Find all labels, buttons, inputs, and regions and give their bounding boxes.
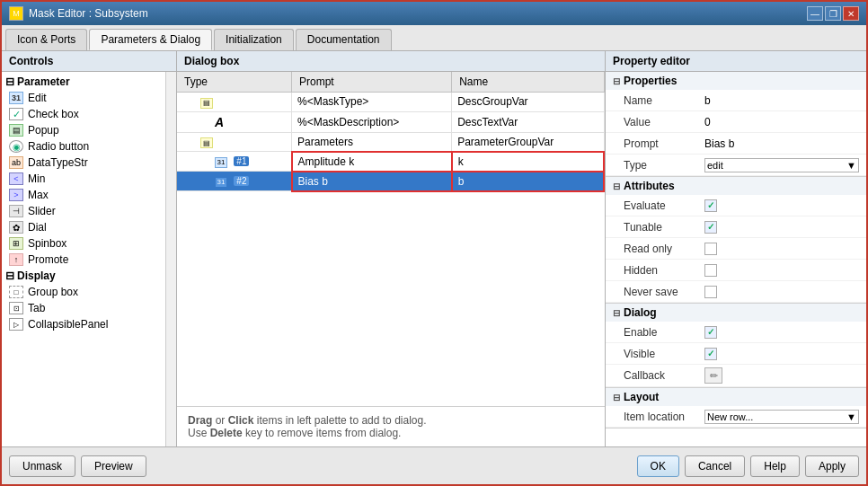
col-name: Name — [452, 72, 604, 93]
prop-enable-row: Enable — [606, 322, 866, 343]
control-datatype[interactable]: ab DataTypeStr — [2, 155, 165, 171]
control-checkbox[interactable]: ✓ Check box — [2, 106, 165, 122]
control-tab[interactable]: ⊡ Tab — [2, 300, 165, 316]
property-editor-header: Property editor — [606, 51, 866, 72]
dialog-section-header[interactable]: ⊟ Dialog — [606, 304, 866, 322]
dialog-section-label: Dialog — [624, 306, 657, 319]
collapse-display-icon: ⊟ — [5, 270, 14, 282]
edit-icon: 31 — [9, 92, 23, 104]
row4-num: #2 — [234, 176, 249, 186]
dialog-section: ⊟ Dialog Enable Visible Callback ✏ — [606, 304, 866, 388]
control-datatype-label: DataTypeStr — [28, 156, 88, 169]
close-button[interactable]: ✕ — [843, 6, 859, 21]
control-edit[interactable]: 31 Edit — [2, 90, 165, 106]
table-row[interactable]: A %<MaskDescription> DescTextVar — [177, 111, 604, 132]
prop-name-value: b — [704, 94, 859, 107]
table-row[interactable]: ▤ %<MaskType> DescGroupVar — [177, 93, 604, 112]
attributes-section-header[interactable]: ⊟ Attributes — [606, 177, 866, 195]
collapse-dialog-icon: ⊟ — [613, 308, 620, 318]
section-parameter[interactable]: ⊟ Parameter — [2, 74, 165, 90]
visible-checkbox[interactable] — [704, 348, 717, 360]
prop-tunable-label: Tunable — [624, 221, 704, 234]
dialog-table-content: Type Prompt Name ▤ — [177, 72, 605, 192]
itemlocation-select[interactable]: New row... ▼ — [704, 410, 859, 424]
prop-type-select[interactable]: edit ▼ — [704, 158, 859, 172]
row2-prompt: Parameters — [292, 132, 452, 152]
tab-documentation[interactable]: Documentation — [296, 29, 392, 50]
prop-prompt-value: Bias b — [704, 137, 859, 150]
callback-edit-button[interactable]: ✏ — [704, 367, 722, 384]
min-icon: < — [9, 172, 23, 185]
control-slider-label: Slider — [28, 205, 56, 217]
apply-button[interactable]: Apply — [805, 455, 859, 477]
hidden-checkbox[interactable] — [704, 264, 717, 277]
prop-type-label: Type — [624, 159, 704, 172]
minimize-button[interactable]: — — [807, 6, 823, 21]
table-row[interactable]: ▤ Parameters ParameterGroupVar — [177, 132, 604, 152]
bottom-right-buttons: OK Cancel Help Apply — [637, 455, 859, 477]
unmask-button[interactable]: Unmask — [9, 455, 75, 477]
tab-parameters-dialog[interactable]: Parameters & Dialog — [89, 29, 212, 50]
neversave-checkbox[interactable] — [704, 286, 717, 298]
row3-type: 31 #1 — [177, 152, 292, 172]
collapse-layout-icon: ⊟ — [613, 393, 620, 402]
tab-initialization[interactable]: Initialization — [214, 29, 294, 50]
control-collapsible[interactable]: ▷ CollapsiblePanel — [2, 316, 165, 332]
cancel-button[interactable]: Cancel — [685, 455, 745, 477]
evaluate-checkbox[interactable] — [704, 199, 717, 212]
control-dial[interactable]: ✿ Dial — [2, 219, 165, 235]
section-parameter-label: Parameter — [17, 75, 70, 88]
control-promote[interactable]: ↑ Promote — [2, 252, 165, 268]
dial-icon: ✿ — [9, 221, 23, 234]
control-promote-label: Promote — [28, 253, 68, 266]
row4-name[interactable]: b — [452, 172, 604, 191]
help-button[interactable]: Help — [750, 455, 800, 477]
control-spinbox[interactable]: ⊞ Spinbox — [2, 235, 165, 252]
control-slider[interactable]: ⊣ Slider — [2, 203, 165, 219]
preview-button[interactable]: Preview — [81, 455, 146, 477]
properties-section-header[interactable]: ⊟ Properties — [606, 72, 866, 90]
title-bar: M Mask Editor : Subsystem — ❐ ✕ — [2, 2, 866, 25]
controls-scrollbar[interactable] — [165, 72, 176, 446]
layout-section-header[interactable]: ⊟ Layout — [606, 388, 866, 406]
bottom-bar: Unmask Preview OK Cancel Help Apply — [2, 446, 866, 484]
tab-icon-ports[interactable]: Icon & Ports — [5, 29, 87, 50]
layout-section-label: Layout — [624, 391, 659, 403]
control-groupbox[interactable]: □ Group box — [2, 284, 165, 300]
row4-prompt[interactable]: Bias b — [292, 172, 452, 191]
control-popup[interactable]: ▤ Popup — [2, 122, 165, 138]
row3-name[interactable]: k — [452, 152, 604, 172]
table-row[interactable]: 31 #2 Bias b b — [177, 172, 604, 191]
prop-name-row: Name b — [606, 90, 866, 111]
groupbox-icon: □ — [9, 286, 23, 298]
control-max[interactable]: > Max — [2, 187, 165, 203]
prop-prompt-label: Prompt — [624, 137, 704, 150]
prop-readonly-label: Read only — [624, 243, 704, 255]
collapse-attributes-icon: ⊟ — [613, 181, 620, 191]
col-type: Type — [177, 72, 292, 93]
section-display[interactable]: ⊟ Display — [2, 268, 165, 284]
bottom-left-buttons: Unmask Preview — [9, 455, 146, 477]
row1-prompt: %<MaskDescription> — [292, 111, 452, 132]
control-radio[interactable]: ◉ Radio button — [2, 138, 165, 155]
prop-neversave-row: Never save — [606, 281, 866, 303]
control-min[interactable]: < Min — [2, 171, 165, 187]
row3-num: #1 — [234, 156, 249, 166]
prop-enable-label: Enable — [624, 326, 704, 339]
tunable-checkbox[interactable] — [704, 221, 717, 234]
restore-button[interactable]: ❐ — [825, 6, 841, 21]
row0-name: DescGroupVar — [452, 93, 604, 112]
table-row[interactable]: 31 #1 Amplitude k k — [177, 152, 604, 172]
title-bar-buttons: — ❐ ✕ — [807, 6, 859, 21]
ok-button[interactable]: OK — [637, 455, 679, 477]
drag-hint-line2: Use Delete key to remove items from dial… — [188, 427, 401, 439]
spinbox-icon: ⊞ — [9, 237, 23, 250]
dialog-table[interactable]: Type Prompt Name ▤ — [177, 72, 605, 406]
collapsible-icon: ▷ — [9, 318, 23, 331]
readonly-checkbox[interactable] — [704, 243, 717, 255]
control-edit-label: Edit — [28, 92, 47, 104]
prop-prompt-row: Prompt Bias b — [606, 133, 866, 155]
promote-icon: ↑ — [9, 253, 23, 266]
enable-checkbox[interactable] — [704, 326, 717, 339]
row3-prompt[interactable]: Amplitude k — [292, 152, 452, 172]
